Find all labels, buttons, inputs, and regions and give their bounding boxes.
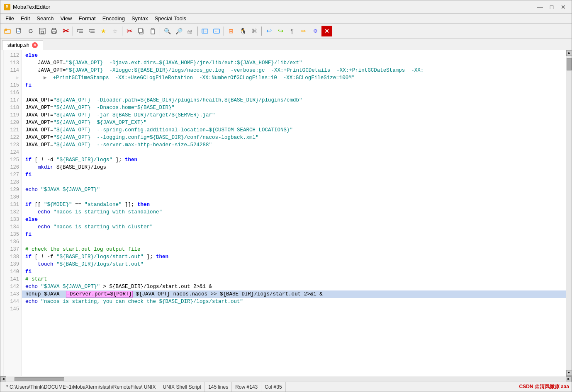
tb-remote2[interactable]: ← — [211, 26, 222, 36]
line-num-120: 120 — [4, 119, 22, 126]
scroll-up-arrow[interactable]: ▲ — [566, 50, 572, 56]
tb-macro[interactable]: ⚙ — [310, 26, 321, 36]
line-num-114: 114 — [4, 67, 22, 74]
svg-text:→: → — [204, 30, 207, 33]
menu-syntax[interactable]: Syntax — [128, 15, 151, 22]
title-bar: M MobaTextEditor — □ ✕ — [0, 0, 572, 14]
code-line-127: fi — [22, 171, 566, 179]
menu-special-tools[interactable]: Special Tools — [151, 15, 190, 22]
svg-rect-9 — [52, 28, 56, 30]
line-num-116: 116 — [4, 89, 22, 97]
tb-cut2[interactable]: ✂ — [124, 26, 135, 36]
line-num-139: 139 — [4, 261, 22, 268]
svg-rect-20 — [151, 28, 154, 29]
tb-cut[interactable]: ✂ — [60, 26, 71, 36]
code-line-119: JAVA_OPT="${JAVA_OPT} -jar ${BASE_DIR}/t… — [22, 111, 566, 119]
svg-text:←: ← — [215, 30, 218, 33]
tb-bookmark2[interactable]: ☆ — [110, 26, 120, 36]
line-num-142: 142 — [4, 283, 22, 290]
tb-remote1[interactable]: → — [200, 26, 210, 36]
line-num-113: 113 — [4, 59, 22, 67]
menu-search[interactable]: Search — [33, 15, 57, 22]
tb-windows[interactable]: ⊞ — [226, 26, 236, 36]
tb-indent[interactable] — [75, 26, 85, 36]
scroll-right-arrow[interactable]: ▶ — [566, 376, 572, 382]
line-num-145: 145 — [4, 305, 22, 313]
line-num-141: 141 — [4, 276, 22, 283]
scrollbar-right[interactable]: ▲ ▼ — [566, 50, 572, 376]
menu-encoding[interactable]: Encoding — [99, 15, 128, 22]
tb-paste[interactable] — [147, 26, 158, 36]
close-button[interactable]: ✕ — [558, 3, 568, 11]
tb-linux[interactable]: 🐧 — [237, 26, 248, 36]
svg-rect-6 — [40, 28, 44, 30]
tb-find[interactable]: 🔍 — [162, 26, 173, 36]
code-line-126: mkdir ${BASE_DIR}/logs — [22, 164, 566, 171]
menu-format[interactable]: Format — [75, 15, 99, 22]
tb-save[interactable] — [37, 26, 48, 36]
code-line-131: if [[ "${MODE}" == "standalone" ]]; then — [22, 201, 566, 208]
tb-open[interactable] — [2, 26, 13, 36]
line-num-138: 138 — [4, 253, 22, 261]
code-line-140: fi — [22, 268, 566, 276]
line-num-117: 117 — [4, 97, 22, 104]
tb-bookmark[interactable]: ★ — [98, 26, 109, 36]
tb-find2[interactable]: 🔎 — [173, 26, 184, 36]
hscroll-track[interactable] — [6, 377, 566, 382]
status-watermark: CSDN @清风微凉 aaa — [519, 383, 569, 390]
hscroll-thumb[interactable] — [15, 377, 64, 381]
line-num-121: 121 — [4, 126, 22, 134]
editor-area: 112 113 114 ▶ 115 116 117 118 119 120 12… — [0, 50, 572, 376]
tb-unindent[interactable] — [86, 26, 97, 36]
svg-text:CD: CD — [187, 31, 192, 34]
left-gutter — [0, 50, 4, 376]
tb-reload[interactable] — [25, 26, 36, 36]
svg-rect-7 — [41, 31, 44, 34]
tb-para[interactable]: ¶ — [287, 26, 297, 36]
status-row: Row #143 — [232, 382, 261, 392]
code-line-144: echo "nacos is starting, you can check t… — [22, 298, 566, 305]
toolbar: AB ✂ ★ ☆ ✂ 🔍 🔎 ABCD — [0, 24, 572, 39]
tb-pencil[interactable]: ✏ — [298, 26, 309, 36]
tb-new[interactable]: AB — [14, 26, 24, 36]
scroll-thumb[interactable] — [567, 58, 572, 70]
code-content[interactable]: else JAVA_OPT="${JAVA_OPT} -Djava.ext.di… — [22, 50, 566, 376]
scroll-down-arrow[interactable]: ▼ — [566, 370, 572, 376]
line-num-125: 125 — [4, 156, 22, 164]
code-line-114: JAVA_OPT="${JAVA_OPT} -Xloggc:${BASE_DIR… — [22, 67, 566, 74]
toolbar-separator-4 — [197, 27, 198, 36]
tb-copy[interactable] — [136, 26, 146, 36]
line-num-140: 140 — [4, 268, 22, 276]
maximize-button[interactable]: □ — [547, 3, 557, 11]
tab-close-button[interactable]: ✕ — [32, 42, 38, 48]
status-col: Col #35 — [261, 382, 285, 392]
line-num-130: 130 — [4, 194, 22, 201]
line-num-122: 122 — [4, 134, 22, 141]
code-line-121: JAVA_OPT="${JAVA_OPT} --spring.config.ad… — [22, 126, 566, 134]
scroll-left-arrow[interactable]: ◀ — [0, 376, 6, 382]
tb-undo[interactable]: ↩ — [263, 26, 274, 36]
status-path: * C:\Users\Think\DOCUME~1\MobaXterm\slas… — [3, 382, 159, 392]
toolbar-separator-3 — [160, 27, 160, 36]
menu-view[interactable]: View — [57, 15, 75, 22]
svg-rect-1 — [5, 29, 7, 31]
code-line-142: echo "$JAVA ${JAVA_OPT}" > ${BASE_DIR}/l… — [22, 283, 566, 290]
tb-redo[interactable]: ↪ — [275, 26, 286, 36]
tb-close-x[interactable]: ✕ — [321, 26, 332, 36]
tb-replace[interactable]: ABCD — [185, 26, 196, 36]
bottom-scrollbar[interactable]: ◀ ▶ — [0, 376, 572, 382]
scroll-track[interactable] — [566, 56, 572, 370]
menu-bar: File Edit Search View Format Encoding Sy… — [0, 14, 572, 24]
toolbar-separator-2 — [122, 27, 122, 36]
title-buttons: — □ ✕ — [535, 3, 568, 11]
minimize-button[interactable]: — — [535, 3, 545, 11]
code-line-112: else — [22, 52, 566, 59]
tb-mac[interactable]: ⌘ — [249, 26, 260, 36]
menu-edit[interactable]: Edit — [17, 15, 33, 22]
tb-print[interactable] — [49, 26, 59, 36]
tab-startup-sh[interactable]: startup.sh ✕ — [2, 40, 43, 50]
menu-file[interactable]: File — [2, 15, 17, 22]
code-line-120: JAVA_OPT="${JAVA_OPT} ${JAVA_OPT_EXT}" — [22, 119, 566, 126]
code-line-124 — [22, 149, 566, 156]
line-num-126: 126 — [4, 164, 22, 171]
